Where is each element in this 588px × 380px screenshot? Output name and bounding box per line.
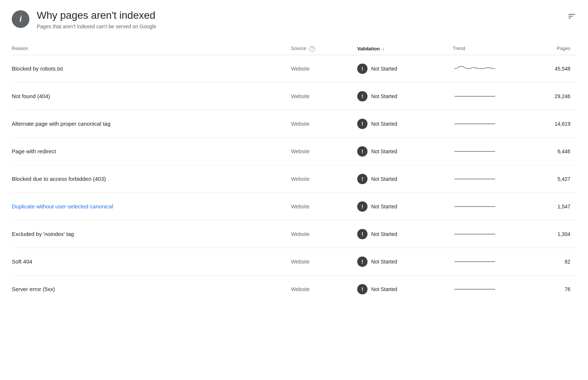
col-trend — [453, 229, 526, 240]
col-reason: Alternate page with proper canonical tag — [12, 121, 291, 127]
reason-text: Page with redirect — [12, 148, 56, 154]
reason-link[interactable]: Duplicate without user-selected canonica… — [12, 203, 113, 209]
col-reason: Duplicate without user-selected canonica… — [12, 203, 291, 209]
col-pages-cell: 1,304 — [526, 231, 570, 237]
source-help-icon[interactable]: ? — [309, 46, 315, 52]
page-subtitle: Pages that aren't indexed can't be serve… — [37, 24, 156, 29]
validation-dot-icon: ! — [357, 64, 368, 74]
table-row: Alternate page with proper canonical tag… — [12, 110, 576, 138]
col-header-pages: Pages — [526, 46, 570, 52]
validation-label: Not Started — [371, 148, 397, 154]
trend-sparkline — [453, 284, 497, 295]
header-text: Why pages aren't indexed Pages that aren… — [37, 9, 156, 29]
validation-dot-icon: ! — [357, 257, 368, 267]
validation-dot-icon: ! — [357, 119, 368, 129]
col-source: Website — [291, 148, 357, 154]
col-reason: Blocked by robots.txt — [12, 65, 291, 72]
page-header: i Why pages aren't indexed Pages that ar… — [12, 9, 576, 29]
table-row: Blocked due to access forbidden (403) We… — [12, 165, 576, 193]
validation-label: Not Started — [371, 204, 397, 209]
col-source: Website — [291, 286, 357, 292]
trend-sparkline — [453, 118, 497, 129]
col-header-trend: Trend — [453, 46, 526, 52]
col-header-reason: Reason — [12, 46, 291, 52]
col-validation-cell: ! Not Started — [357, 201, 453, 212]
validation-dot-icon: ! — [357, 91, 368, 101]
validation-dot-icon: ! — [357, 146, 368, 157]
col-validation-cell: ! Not Started — [357, 119, 453, 129]
col-trend — [453, 256, 526, 267]
trend-sparkline — [453, 256, 497, 267]
trend-sparkline — [453, 91, 497, 102]
col-reason: Not found (404) — [12, 93, 291, 99]
validation-label: Not Started — [371, 93, 397, 99]
col-reason: Soft 404 — [12, 258, 291, 265]
col-trend — [453, 201, 526, 212]
col-reason: Excluded by 'noindex' tag — [12, 231, 291, 237]
col-validation-cell: ! Not Started — [357, 229, 453, 239]
validation-label: Not Started — [371, 286, 397, 292]
trend-sparkline — [453, 63, 497, 74]
col-pages-cell: 76 — [526, 286, 570, 292]
validation-label: Not Started — [371, 121, 397, 127]
col-validation-cell: ! Not Started — [357, 174, 453, 184]
col-source: Website — [291, 121, 357, 127]
reason-text: Server error (5xx) — [12, 286, 55, 292]
col-pages-cell: 45,548 — [526, 66, 570, 72]
col-reason: Blocked due to access forbidden (403) — [12, 176, 291, 182]
col-trend — [453, 173, 526, 184]
validation-dot-icon: ! — [357, 174, 368, 184]
trend-sparkline — [453, 146, 497, 157]
sort-arrow-icon: ↓ — [382, 46, 384, 51]
col-validation-cell: ! Not Started — [357, 91, 453, 101]
col-reason: Page with redirect — [12, 148, 291, 154]
table-body: Blocked by robots.txt Website ! Not Star… — [12, 55, 576, 303]
filter-icon[interactable] — [567, 12, 576, 23]
table-header: Reason Source ? Validation ↓ Trend Pages — [12, 43, 576, 55]
reason-text: Alternate page with proper canonical tag — [12, 121, 111, 127]
col-trend — [453, 63, 526, 74]
table-row: Not found (404) Website ! Not Started 29… — [12, 83, 576, 110]
validation-dot-icon: ! — [357, 201, 368, 212]
table-row: Blocked by robots.txt Website ! Not Star… — [12, 55, 576, 83]
col-reason: Server error (5xx) — [12, 286, 291, 292]
reason-text: Blocked by robots.txt — [12, 65, 63, 72]
col-pages-cell: 5,427 — [526, 176, 570, 182]
validation-label: Not Started — [371, 176, 397, 182]
validation-dot-icon: ! — [357, 284, 368, 294]
table-row: Duplicate without user-selected canonica… — [12, 193, 576, 221]
reason-text: Not found (404) — [12, 93, 50, 99]
col-source: Website — [291, 93, 357, 99]
col-source: Website — [291, 259, 357, 265]
col-trend — [453, 146, 526, 157]
col-pages-cell: 6,446 — [526, 148, 570, 154]
reason-text: Soft 404 — [12, 258, 32, 265]
table-row: Excluded by 'noindex' tag Website ! Not … — [12, 221, 576, 248]
page-title: Why pages aren't indexed — [37, 9, 156, 22]
col-trend — [453, 118, 526, 129]
trend-sparkline — [453, 201, 497, 212]
col-source: Website — [291, 231, 357, 237]
col-trend — [453, 284, 526, 295]
col-source: Website — [291, 66, 357, 72]
col-header-validation[interactable]: Validation ↓ — [357, 46, 453, 52]
col-validation-cell: ! Not Started — [357, 64, 453, 74]
col-source: Website — [291, 204, 357, 209]
col-trend — [453, 91, 526, 102]
col-pages-cell: 82 — [526, 259, 570, 265]
reason-text: Blocked due to access forbidden (403) — [12, 176, 106, 182]
info-icon: i — [12, 10, 29, 28]
table-row: Soft 404 Website ! Not Started 82 — [12, 248, 576, 276]
col-pages-cell: 29,246 — [526, 93, 570, 99]
validation-label: Not Started — [371, 66, 397, 72]
reason-text: Excluded by 'noindex' tag — [12, 231, 74, 237]
col-pages-cell: 1,547 — [526, 204, 570, 209]
validation-label: Not Started — [371, 231, 397, 237]
validation-label: Not Started — [371, 259, 397, 265]
col-source: Website — [291, 176, 357, 182]
header-left: i Why pages aren't indexed Pages that ar… — [12, 9, 156, 29]
col-header-source: Source ? — [291, 46, 357, 52]
col-pages-cell: 14,619 — [526, 121, 570, 127]
col-validation-cell: ! Not Started — [357, 257, 453, 267]
table-row: Server error (5xx) Website ! Not Started… — [12, 276, 576, 303]
